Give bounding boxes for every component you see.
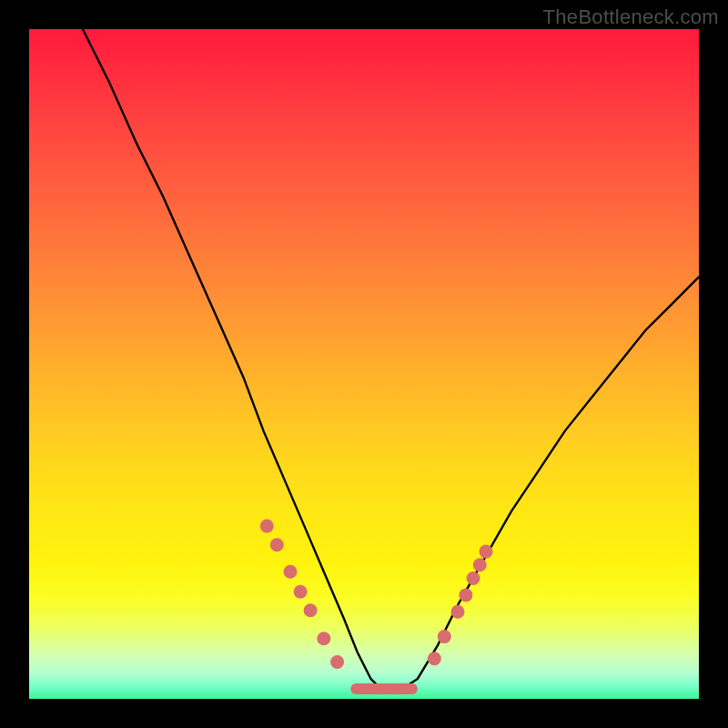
marker-dot xyxy=(459,588,472,602)
marker-dot xyxy=(480,545,493,559)
marker-dot xyxy=(467,571,480,585)
marker-dot xyxy=(284,565,298,579)
marker-dot xyxy=(270,538,284,551)
marker-dot xyxy=(330,655,344,669)
chart-plot-area xyxy=(29,29,699,699)
watermark-text: TheBottleneck.com xyxy=(543,5,719,29)
outer-frame: TheBottleneck.com xyxy=(0,0,728,728)
marker-dot xyxy=(451,605,465,619)
marker-group-left xyxy=(260,520,344,669)
marker-dot xyxy=(260,520,274,533)
marker-dot xyxy=(304,603,318,617)
marker-dot xyxy=(438,630,451,643)
chart-svg xyxy=(29,29,699,699)
marker-dot xyxy=(428,652,441,665)
marker-dot xyxy=(294,585,308,599)
marker-dot xyxy=(317,632,330,645)
flat-bottom-segment xyxy=(350,683,418,694)
bottleneck-curve xyxy=(83,29,699,693)
marker-dot xyxy=(473,558,487,571)
